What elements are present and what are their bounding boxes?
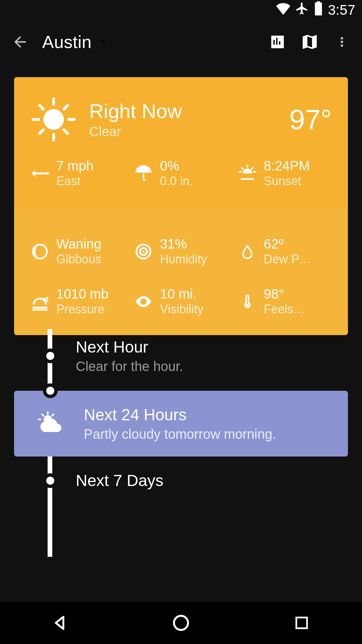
svg-point-23 bbox=[246, 304, 248, 306]
humidity-label: Humidity bbox=[160, 252, 207, 266]
dewpoint-label: Dew P… bbox=[264, 252, 311, 266]
timeline-bullet bbox=[43, 348, 58, 363]
svg-point-0 bbox=[43, 109, 64, 130]
status-bar: 3:57 bbox=[0, 0, 362, 20]
moon-value: Waning bbox=[56, 236, 101, 252]
svg-rect-30 bbox=[296, 618, 307, 628]
next-hour-title: Next Hour bbox=[76, 338, 183, 356]
timeline-bullet bbox=[43, 473, 58, 488]
svg-line-12 bbox=[242, 168, 243, 169]
next-7-days-item[interactable]: Next 7 Days bbox=[14, 457, 348, 557]
forecast-timeline: Next Hour Clear for the hour. bbox=[14, 323, 348, 557]
now-title: Right Now bbox=[89, 100, 277, 123]
eye-icon bbox=[134, 292, 153, 311]
visibility-value: 10 mi. bbox=[160, 286, 203, 302]
sun-icon bbox=[30, 96, 77, 143]
svg-line-5 bbox=[40, 105, 43, 109]
now-condition: Clear bbox=[89, 124, 277, 139]
svg-point-17 bbox=[142, 250, 144, 252]
airplane-mode-icon bbox=[295, 1, 309, 19]
system-navigation-bar bbox=[0, 602, 362, 644]
gauge-icon bbox=[30, 292, 50, 311]
location-dropdown[interactable]: Austin bbox=[42, 32, 255, 52]
back-button[interactable] bbox=[10, 32, 30, 52]
timeline-bullet bbox=[43, 383, 58, 398]
feelslike-label: Feels… bbox=[264, 302, 305, 316]
map-button[interactable] bbox=[300, 32, 320, 52]
droplet-icon bbox=[238, 242, 257, 261]
svg-line-7 bbox=[64, 105, 68, 109]
svg-line-27 bbox=[42, 414, 44, 416]
humidity-icon bbox=[134, 242, 153, 261]
moon-phase-icon bbox=[30, 242, 50, 261]
next-hour-subtitle: Clear for the hour. bbox=[76, 359, 183, 374]
next-7-days-title: Next 7 Days bbox=[76, 471, 163, 490]
feelslike-metric: 98° Feels… bbox=[238, 286, 332, 316]
dewpoint-metric: 62º Dew P… bbox=[238, 236, 332, 266]
humidity-value: 31% bbox=[160, 236, 207, 252]
app-bar: Austin bbox=[0, 20, 362, 64]
wind-value: 7 mph bbox=[56, 158, 94, 173]
svg-line-28 bbox=[52, 414, 54, 416]
humidity-metric: 31% Humidity bbox=[134, 236, 228, 266]
next-24-subtitle: Partly cloudy tomorrow morning. bbox=[84, 427, 276, 442]
location-title: Austin bbox=[42, 32, 92, 52]
wifi-icon bbox=[276, 1, 290, 19]
svg-line-13 bbox=[252, 168, 253, 169]
sunset-label: Sunset bbox=[264, 174, 310, 188]
precip-value: 0% bbox=[160, 158, 193, 173]
moon-label: Gibbous bbox=[56, 252, 101, 266]
pressure-metric: 1010 mb Pressure bbox=[30, 286, 124, 316]
nav-home-button[interactable] bbox=[161, 606, 201, 640]
svg-point-29 bbox=[174, 616, 188, 630]
thermometer-icon bbox=[238, 292, 257, 311]
sunset-icon bbox=[238, 164, 257, 183]
svg-point-20 bbox=[44, 298, 47, 301]
next-hour-item[interactable]: Next Hour Clear for the hour. bbox=[14, 323, 348, 389]
sunset-value: 8:24PM bbox=[264, 158, 310, 173]
visibility-label: Visibility bbox=[160, 302, 203, 316]
svg-line-8 bbox=[40, 130, 43, 133]
pressure-value: 1010 mb bbox=[56, 286, 109, 302]
visibility-metric: 10 mi. Visibility bbox=[134, 286, 228, 316]
wind-label: East bbox=[56, 174, 94, 188]
nav-back-button[interactable] bbox=[40, 606, 80, 640]
status-bar-time: 3:57 bbox=[328, 2, 355, 18]
battery-icon bbox=[314, 1, 323, 19]
wind-metric: 7 mph East bbox=[30, 158, 124, 188]
dewpoint-value: 62º bbox=[264, 236, 311, 252]
wind-arrow-icon bbox=[30, 164, 50, 183]
current-conditions-card[interactable]: Right Now Clear 97° 7 mph East bbox=[14, 77, 348, 335]
chart-button[interactable] bbox=[267, 32, 288, 52]
sunset-metric: 8:24PM Sunset bbox=[238, 158, 332, 188]
chevron-down-icon bbox=[99, 36, 109, 48]
precip-metric: 0% 0.0 in. bbox=[134, 158, 228, 188]
precip-label: 0.0 in. bbox=[160, 174, 193, 188]
next-24-title: Next 24 Hours bbox=[84, 406, 276, 424]
partly-cloudy-icon bbox=[34, 410, 70, 437]
umbrella-icon bbox=[134, 164, 153, 183]
feelslike-value: 98° bbox=[264, 286, 305, 302]
now-temperature: 97° bbox=[289, 103, 332, 136]
pressure-label: Pressure bbox=[56, 302, 109, 316]
nav-recent-button[interactable] bbox=[282, 606, 322, 640]
moon-metric: Waning Gibbous bbox=[30, 236, 124, 266]
svg-line-6 bbox=[64, 130, 68, 133]
next-24-hours-card[interactable]: Next 24 Hours Partly cloudy tomorrow mor… bbox=[14, 391, 348, 457]
overflow-button[interactable] bbox=[332, 32, 352, 52]
